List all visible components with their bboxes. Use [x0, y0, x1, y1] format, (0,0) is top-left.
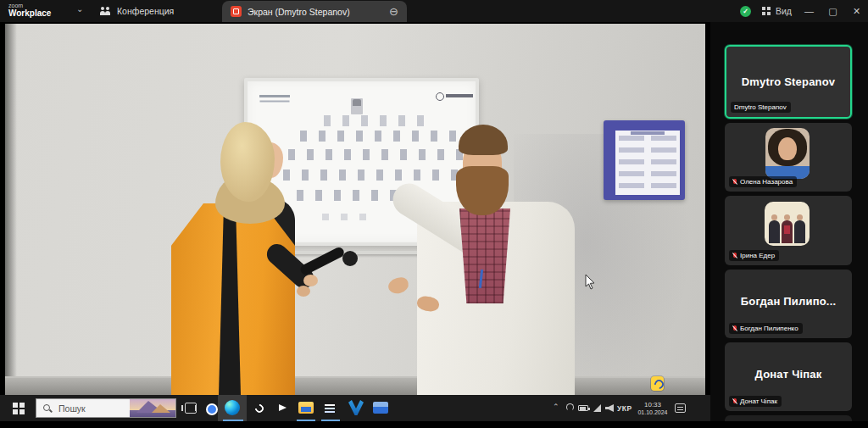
reporter-hand [297, 286, 310, 297]
reporter-hand [303, 275, 318, 286]
zoom-toolbar: zoom Workplace ⌄ Конференция Экран (Dmyt… [0, 0, 868, 22]
tv-channel-logo [651, 376, 664, 391]
participant-name-center: Dmytro Stepanov [726, 75, 850, 88]
shared-video-scene [5, 24, 705, 395]
participant-name-label: Dmytro Stepanov [734, 103, 787, 111]
edge-icon[interactable] [225, 400, 240, 415]
org-chart-row [283, 170, 473, 181]
participant-name-center: Богдан Пилипо... [725, 295, 852, 308]
visual-studio-icon[interactable] [348, 400, 364, 415]
org-chart-row [322, 214, 376, 220]
participant-tile-bohdan-pylypenko[interactable]: Богдан Пилипо... Богдан Пилипенко [725, 270, 852, 338]
bottom-letterbox [0, 421, 868, 428]
participant-tile-donat-chipak[interactable]: Донат Чіпак Донат Чіпак [725, 342, 852, 411]
search-highlight-image [130, 399, 175, 417]
shared-screen-tab-icon [231, 6, 242, 17]
language-indicator[interactable]: УКР [617, 404, 632, 413]
tray-chevron-up-icon[interactable]: ⌃ [553, 403, 559, 411]
participant-name-label: Богдан Пилипенко [740, 325, 798, 332]
muted-mic-icon [732, 325, 737, 332]
participant-name-tag: Ірина Едер [729, 250, 779, 261]
poster-content [619, 136, 676, 192]
zoom-workplace-logo: zoom Workplace [8, 3, 51, 18]
microphone-windscreen [342, 251, 358, 266]
tray-battery-icon[interactable] [578, 405, 588, 411]
maximize-button[interactable]: ▢ [826, 6, 839, 17]
muted-mic-icon [732, 179, 737, 186]
participant-name-label: Олена Назарова [740, 178, 793, 186]
clock-time: 10:33 [636, 401, 670, 409]
org-chart-row [288, 149, 468, 160]
floor [5, 376, 705, 395]
avatar-person [769, 220, 780, 243]
participant-name-label: Ірина Едер [740, 252, 775, 259]
org-chart-row [300, 131, 456, 142]
taskbar-clock[interactable]: 10:33 01.10.2024 [636, 401, 670, 416]
brand-zoom-text: zoom [8, 3, 51, 8]
shared-screen-tab-label: Экран (Dmytro Stepanov) [248, 7, 383, 17]
participant-name-label: Донат Чіпак [740, 397, 777, 405]
meeting-tab-label: Конференция [117, 6, 174, 16]
mouse-cursor [585, 275, 595, 293]
windows-logo-icon [13, 403, 25, 414]
windows-taskbar: Пошук ⌃ УКР 10:33 01.10.2024 [0, 395, 710, 421]
view-button[interactable]: Вид [762, 6, 792, 16]
participant-name-center: Донат Чіпак [725, 368, 852, 381]
muted-mic-icon [732, 253, 737, 259]
tab-shared-screen[interactable]: Экран (Dmytro Stepanov) ⊖ [222, 1, 407, 22]
tray-volume-icon[interactable] [605, 404, 614, 412]
minimize-button[interactable]: — [803, 6, 815, 16]
participant-name-tag: Донат Чіпак [729, 396, 782, 407]
media-folder-app-icon[interactable] [298, 402, 314, 414]
participant-name-tag: Dmytro Stepanov [731, 102, 791, 113]
participants-panel: Dmytro Stepanov Dmytro Stepanov Олена На… [710, 22, 868, 428]
taskbar-search-input[interactable]: Пошук [36, 398, 176, 418]
toolbar-right-controls: ✓ Вид — ▢ ✕ [740, 0, 863, 22]
participant-name-tag: Олена Назарова [729, 176, 797, 187]
org-chart-row [324, 115, 426, 126]
clock-date: 01.10.2024 [636, 409, 670, 416]
action-center-icon[interactable] [675, 403, 686, 413]
participant-tile-iryna-eder[interactable]: Ірина Едер [725, 196, 852, 265]
close-button[interactable]: ✕ [850, 6, 863, 17]
doctor-plaid-shirt [459, 208, 510, 303]
participant-group-avatar [765, 202, 810, 246]
avatar-person [782, 220, 793, 243]
view-label: Вид [776, 6, 792, 16]
participants-icon [100, 7, 111, 16]
close-shared-screen-icon[interactable]: ⊖ [389, 6, 398, 17]
tab-meeting[interactable]: Конференция [100, 0, 174, 22]
participant-name-tag: Богдан Пилипенко [729, 323, 803, 334]
doctor-hand [387, 275, 410, 296]
scene-left-shadow [5, 24, 17, 395]
avatar-face [778, 137, 797, 160]
start-button[interactable] [7, 401, 31, 415]
reporter-hair [220, 122, 275, 202]
search-icon [43, 404, 52, 413]
wall-poster-staff-board [604, 120, 685, 200]
task-view-icon[interactable] [185, 403, 197, 414]
security-shield-icon[interactable]: ✓ [740, 6, 751, 17]
muted-mic-icon [732, 398, 737, 405]
participant-tile-dmytro-stepanov[interactable]: Dmytro Stepanov Dmytro Stepanov [725, 45, 852, 119]
tray-sync-icon[interactable] [566, 403, 574, 411]
participant-avatar [765, 128, 810, 179]
tray-network-icon[interactable] [593, 404, 601, 412]
participant-tile-olena-nazarova[interactable]: Олена Назарова [725, 123, 852, 192]
whiteboard-logo [436, 92, 475, 100]
whiteboard-title-text [259, 95, 290, 97]
shared-screen-content: Пошук ⌃ УКР 10:33 01.10.2024 [0, 22, 710, 428]
avatar-person [794, 220, 805, 243]
view-grid-icon [762, 7, 771, 16]
whiteboard-top-photo [351, 98, 363, 114]
search-placeholder: Пошук [58, 403, 130, 414]
brand-workplace-text: Workplace [8, 9, 51, 18]
chevron-down-icon[interactable]: ⌄ [76, 4, 83, 14]
